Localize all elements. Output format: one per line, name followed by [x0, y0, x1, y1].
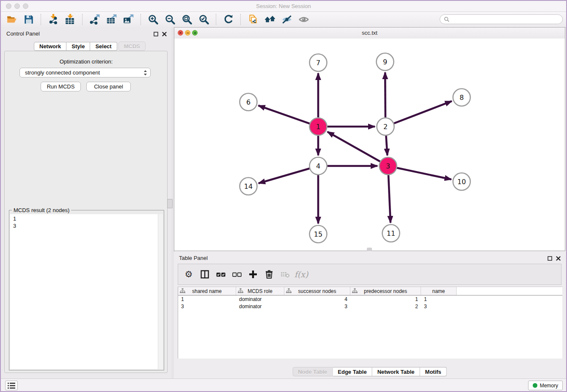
search-box[interactable] [440, 14, 563, 24]
add-column-button[interactable] [248, 269, 258, 280]
mcds-result-title: MCDS result (2 nodes) [12, 207, 71, 213]
table-cell[interactable]: 3 [421, 304, 457, 309]
zoom-selected-button[interactable] [198, 13, 210, 26]
tab-network[interactable]: Network [34, 42, 66, 51]
column-label: MCDS role [248, 288, 272, 294]
node-table-body: 1dominator4113dominator323 [178, 295, 562, 310]
table-cell[interactable]: 3 [178, 304, 236, 309]
node-table-header: shared nameMCDS rolesuccessor nodesprede… [178, 287, 562, 295]
tab-style[interactable]: Style [66, 42, 90, 51]
control-panel-title: Control Panel [6, 30, 40, 37]
edge-2-8[interactable] [394, 101, 452, 123]
mcds-result-area[interactable]: 13 [10, 214, 163, 369]
select-all-columns-button[interactable] [216, 269, 226, 280]
table-cell[interactable]: 3 [284, 304, 350, 309]
hide-selected-button[interactable] [281, 13, 293, 26]
export-image-button[interactable] [122, 13, 135, 26]
column-header-name[interactable]: name [421, 287, 457, 295]
node-label-11: 11 [387, 229, 395, 237]
table-panel-close-button[interactable] [556, 256, 561, 261]
edge-3-1[interactable] [328, 132, 380, 161]
mcds-result-line: 1 [13, 215, 160, 222]
export-network-button[interactable] [88, 13, 101, 26]
close-panel-button[interactable]: Close panel [86, 82, 131, 91]
column-header-MCDS-role[interactable]: MCDS role [236, 287, 284, 295]
search-icon [444, 17, 449, 22]
column-label: predecessor nodes [364, 288, 407, 294]
tab-edge-table[interactable]: Edge Table [333, 367, 372, 376]
table-panel-title: Table Panel [179, 255, 208, 261]
toolbar-separator [240, 14, 241, 25]
show-all-button[interactable] [297, 13, 310, 26]
run-mcds-button[interactable]: Run MCDS [41, 82, 81, 91]
memory-status-dot [533, 383, 537, 388]
toolbar-separator [140, 14, 141, 25]
edge-1-6[interactable] [259, 105, 310, 124]
table-cell[interactable]: 1 [421, 296, 457, 302]
zoom-in-button[interactable] [147, 13, 160, 26]
table-cell[interactable]: dominator [236, 304, 284, 309]
edge-4-14[interactable] [259, 168, 309, 183]
memory-button[interactable]: Memory [528, 381, 563, 390]
node-table: shared nameMCDS rolesuccessor nodesprede… [178, 287, 562, 359]
duplicate-network-button[interactable] [247, 13, 259, 26]
table-row[interactable]: 1dominator411 [178, 295, 562, 303]
hierarchy-icon [286, 288, 292, 293]
edge-2-9[interactable] [385, 72, 385, 118]
zoom-out-button[interactable] [164, 13, 176, 26]
tab-motifs[interactable]: Motifs [420, 367, 447, 376]
table-cell[interactable]: dominator [236, 296, 284, 302]
refresh-button[interactable] [222, 13, 235, 26]
list-icon [8, 383, 15, 389]
zoom-fit-button[interactable] [181, 13, 193, 26]
table-panel-float-button[interactable] [547, 256, 552, 261]
node-label-10: 10 [457, 178, 466, 186]
node-label-6: 6 [246, 98, 250, 106]
select-stepper-icon [143, 69, 147, 77]
save-session-button[interactable] [22, 13, 35, 26]
vertical-splitter-grip[interactable] [167, 199, 173, 208]
delete-column-button[interactable] [264, 269, 274, 280]
tab-select[interactable]: Select [90, 42, 117, 51]
horizontal-splitter-grip[interactable] [367, 248, 372, 251]
network-canvas[interactable]: 1234678910111415 [174, 39, 565, 251]
column-header-shared-name[interactable]: shared name [178, 287, 236, 295]
import-table-button[interactable] [64, 13, 77, 26]
table-panel: Table Panel ⚙f(x) shared nameMCDS rolesu… [174, 251, 565, 378]
window-title: Session: New Session [1, 3, 566, 9]
first-neighbors-button[interactable] [264, 13, 276, 26]
tab-node-table[interactable]: Node Table [292, 367, 333, 376]
table-cell[interactable]: 1 [350, 296, 421, 302]
column-header-successor-nodes[interactable]: successor nodes [284, 287, 350, 295]
edge-2-3[interactable] [386, 135, 387, 155]
table-cell[interactable]: 4 [284, 296, 350, 302]
network-graph[interactable]: 1234678910111415 [174, 39, 565, 251]
delete-table-button [280, 269, 290, 280]
column-label: shared name [192, 288, 222, 294]
split-panel-button[interactable] [200, 269, 210, 280]
search-input[interactable] [452, 16, 562, 23]
table-cell[interactable]: 2 [350, 304, 421, 309]
control-panel-float-button[interactable] [153, 31, 158, 36]
unselect-all-columns-button[interactable] [232, 269, 242, 280]
export-table-button[interactable] [105, 13, 118, 26]
open-file-button[interactable] [6, 13, 18, 26]
table-cell[interactable]: 1 [178, 296, 236, 302]
edge-3-11[interactable] [388, 175, 391, 223]
edge-3-10[interactable] [397, 168, 451, 179]
node-label-1: 1 [316, 123, 320, 131]
tab-mcds[interactable]: MCDS [118, 41, 146, 51]
network-view-window: scc.txt 1234678910111415 [174, 27, 565, 251]
tab-network-table[interactable]: Network Table [372, 367, 420, 376]
table-row[interactable]: 3dominator323 [178, 303, 562, 310]
criterion-select[interactable]: strongly connected component [19, 68, 151, 77]
control-panel-close-button[interactable] [162, 31, 167, 36]
mcds-result-scrollbar[interactable] [158, 214, 163, 369]
column-settings-button[interactable]: ⚙ [184, 269, 194, 280]
import-network-button[interactable] [47, 13, 60, 26]
column-header-predecessor-nodes[interactable]: predecessor nodes [350, 287, 421, 295]
memory-label: Memory [540, 383, 558, 389]
node-label-14: 14 [244, 182, 253, 190]
toolbar-separator [216, 14, 217, 25]
show-panels-button[interactable] [5, 381, 18, 390]
